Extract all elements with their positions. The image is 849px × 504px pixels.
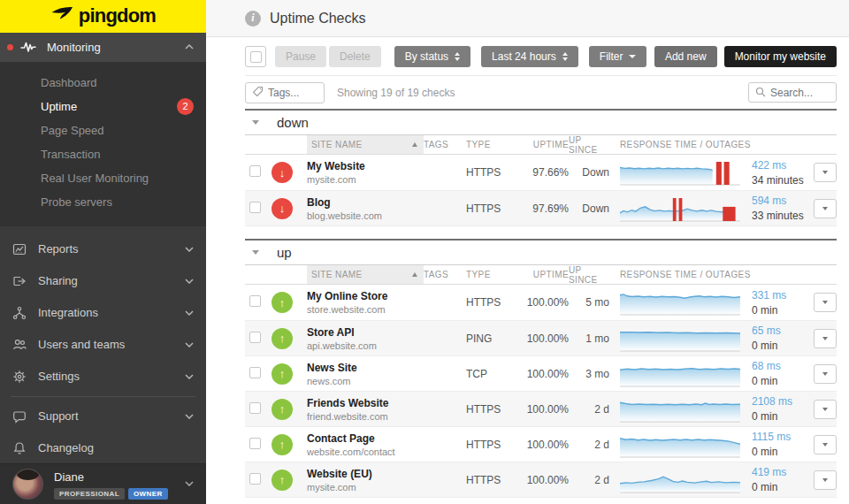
column-uptime[interactable]: UPTIME xyxy=(519,265,569,284)
sidebar-item-sharing[interactable]: Sharing xyxy=(0,265,206,297)
response-time: 2108 ms xyxy=(752,395,814,408)
row-up-since: 5 mo xyxy=(569,296,609,309)
row-checkbox[interactable] xyxy=(249,438,261,449)
row-up-since: 1 mo xyxy=(569,332,609,345)
sidebar-item-transaction[interactable]: Transaction xyxy=(0,142,206,166)
sidebar-item-integrations[interactable]: Integrations xyxy=(0,297,206,329)
sidebar-item-reports[interactable]: Reports xyxy=(0,233,206,265)
row-actions-button[interactable] xyxy=(814,364,837,384)
sidebar-item-real-user-monitoring[interactable]: Real User Monitoring xyxy=(0,166,206,190)
chevron-down-icon xyxy=(185,342,194,347)
sidebar-item-dashboard[interactable]: Dashboard xyxy=(0,71,206,95)
by-status-dropdown[interactable]: By status xyxy=(394,46,470,67)
section-up-header[interactable]: up xyxy=(245,239,837,265)
submenu-label: Uptime xyxy=(41,100,77,113)
pingdom-logo[interactable]: pingdom xyxy=(0,0,206,33)
chevron-down-icon xyxy=(185,481,194,486)
sidebar-item-uptime[interactable]: Uptime 2 xyxy=(0,95,206,118)
site-name[interactable]: My Online Store xyxy=(307,290,424,302)
sparkline xyxy=(620,195,740,223)
submenu-label: Real User Monitoring xyxy=(41,172,149,185)
user-menu[interactable]: Diane PROFESSIONAL OWNER xyxy=(0,464,206,504)
users-icon xyxy=(11,338,28,352)
monitor-my-website-button[interactable]: Monitor my website xyxy=(724,46,837,67)
sidebar-item-label: Users and teams xyxy=(38,338,125,351)
column-type[interactable]: TYPE xyxy=(466,265,519,284)
row-checkbox[interactable] xyxy=(249,473,261,485)
delete-button[interactable]: Delete xyxy=(329,46,381,67)
row-uptime: 100.00% xyxy=(519,439,569,451)
row-checkbox[interactable] xyxy=(249,332,261,343)
tags-filter xyxy=(245,82,325,103)
site-name[interactable]: Friends Website xyxy=(307,397,424,409)
search-input[interactable] xyxy=(770,87,830,99)
column-response-time: RESPONSE TIME / OUTAGES xyxy=(620,265,837,284)
row-actions-button[interactable] xyxy=(814,470,837,490)
column-up-since[interactable]: UP SINCE xyxy=(569,265,609,284)
sparkline xyxy=(620,325,740,353)
row-uptime: 100.00% xyxy=(519,403,569,416)
submenu-label: Dashboard xyxy=(41,76,97,89)
status-icon: ↑ xyxy=(272,363,293,385)
section-down-header[interactable]: down xyxy=(245,109,837,135)
row-checkbox[interactable] xyxy=(249,402,261,414)
column-tags[interactable]: TAGS xyxy=(424,265,466,284)
sort-arrows-icon xyxy=(562,52,568,61)
chevron-up-icon xyxy=(185,44,194,50)
column-tags[interactable]: TAGS xyxy=(424,135,466,154)
row-actions-button[interactable] xyxy=(814,199,837,218)
row-up-since: 3 mo xyxy=(569,368,609,380)
sidebar-item-support[interactable]: Support xyxy=(0,401,206,432)
site-name[interactable]: Store API xyxy=(307,326,424,339)
filter-dropdown[interactable]: Filter xyxy=(589,46,647,67)
column-up-since[interactable]: UP SINCE xyxy=(569,135,609,154)
sidebar-item-monitoring[interactable]: Monitoring xyxy=(0,33,206,62)
sidebar-item-page-speed[interactable]: Page Speed xyxy=(0,118,206,142)
caret-down-icon xyxy=(822,443,828,447)
row-type: HTTPS xyxy=(466,296,519,309)
column-site-name[interactable]: SITE NAME xyxy=(307,135,424,154)
status-arrow-icon: ↑ xyxy=(279,332,286,345)
row-actions-button[interactable] xyxy=(814,163,837,182)
select-all-checkbox[interactable] xyxy=(245,46,266,67)
row-checkbox[interactable] xyxy=(249,165,261,177)
row-actions-button[interactable] xyxy=(814,329,837,348)
pause-button[interactable]: Pause xyxy=(275,46,326,67)
column-response-time: RESPONSE TIME / OUTAGES xyxy=(620,135,837,154)
row-actions-button[interactable] xyxy=(814,435,837,454)
row-up-since: 2 d xyxy=(569,474,609,486)
site-name[interactable]: My Website xyxy=(307,160,424,172)
column-type[interactable]: TYPE xyxy=(466,135,519,154)
table-row: ↑ Contact Page website.com/contact HTTPS… xyxy=(245,426,837,462)
column-uptime[interactable]: UPTIME xyxy=(519,135,569,154)
row-type: HTTPS xyxy=(466,166,519,179)
sidebar-item-users-and-teams[interactable]: Users and teams xyxy=(0,329,206,361)
row-actions-button[interactable] xyxy=(814,293,837,312)
add-new-button[interactable]: Add new xyxy=(654,46,717,67)
row-checkbox[interactable] xyxy=(249,202,261,213)
sidebar-item-changelog[interactable]: Changelog xyxy=(0,432,206,464)
time-range-dropdown[interactable]: Last 24 hours xyxy=(481,46,578,67)
sidebar-item-settings[interactable]: Settings xyxy=(0,361,206,393)
status-arrow-icon: ↑ xyxy=(279,367,286,380)
info-icon[interactable]: i xyxy=(245,11,261,27)
row-checkbox[interactable] xyxy=(249,295,261,307)
sidebar-item-probe-servers[interactable]: Probe servers xyxy=(0,190,206,214)
table-row: ↓ My Website mysite.com HTTPS 97.66% Dow… xyxy=(245,155,837,190)
caret-down-icon xyxy=(822,408,828,411)
site-name[interactable]: Contact Page xyxy=(307,432,424,445)
table-row: ↑ Website (EU) mysite.com HTTPS 100.00% … xyxy=(245,462,837,497)
site-name[interactable]: Website (EU) xyxy=(307,468,424,480)
row-checkbox[interactable] xyxy=(249,367,261,378)
row-actions-button[interactable] xyxy=(814,400,837,419)
column-site-name[interactable]: SITE NAME xyxy=(307,265,424,284)
response-time: 422 ms xyxy=(752,159,814,172)
outage-duration: 0 min xyxy=(752,446,814,458)
response-time: 65 ms xyxy=(752,325,814,337)
filter-bar: Showing 19 of 19 checks xyxy=(206,76,849,109)
site-name[interactable]: Blog xyxy=(307,196,424,209)
section-label: down xyxy=(277,115,309,130)
tags-input[interactable] xyxy=(268,87,317,99)
sparkline xyxy=(620,360,740,388)
site-name[interactable]: News Site xyxy=(307,362,424,374)
